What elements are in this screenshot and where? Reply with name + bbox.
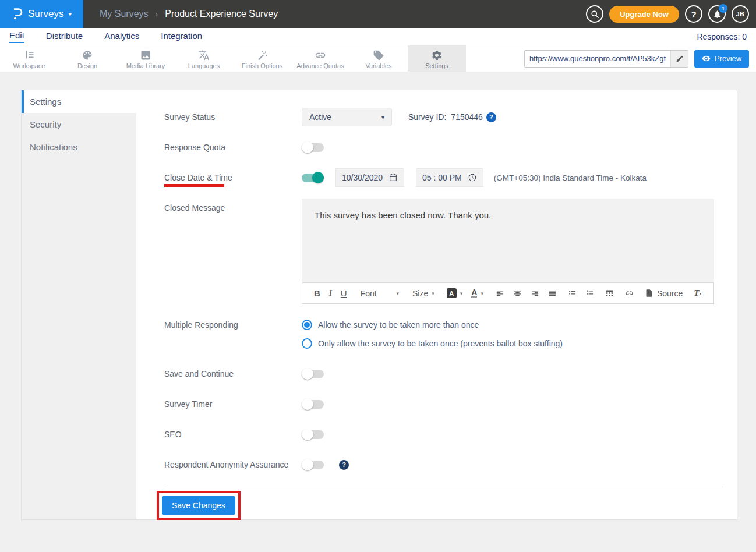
survey-status-dropdown[interactable]: Active ▾: [302, 108, 392, 126]
search-button[interactable]: [586, 5, 603, 23]
align-right-icon: [531, 289, 539, 298]
page-title: Product Experience Survey: [165, 9, 278, 19]
response-quota-toggle[interactable]: [302, 143, 324, 152]
preview-button[interactable]: Preview: [694, 50, 749, 68]
close-date-row: Close Date & Time 10/30/2020 05 : 00 PM: [164, 168, 737, 187]
respondent-anonymity-row: Respondent Anonymity Assurance ?: [164, 455, 737, 474]
survey-timer-row: Survey Timer: [164, 395, 737, 413]
align-justify-button[interactable]: [548, 289, 557, 298]
closed-message-row: Closed Message This survey has been clos…: [164, 199, 737, 304]
tag-icon: [373, 48, 384, 61]
save-and-continue-row: Save and Continue: [164, 365, 737, 383]
size-dropdown[interactable]: Size ▾: [412, 289, 434, 298]
sidebar-item-notifications[interactable]: Notifications: [22, 136, 136, 158]
tool-workspace[interactable]: Workspace: [0, 45, 58, 72]
avatar[interactable]: JB: [732, 5, 749, 23]
close-date-field[interactable]: 10/30/2020: [335, 168, 404, 187]
font-dropdown[interactable]: Font ▾: [361, 289, 399, 298]
header-actions: Upgrade Now ? 1 JB: [586, 5, 756, 23]
seo-toggle[interactable]: [302, 430, 324, 439]
tab-distribute[interactable]: Distribute: [46, 31, 83, 43]
link-icon: [625, 289, 634, 298]
numbered-list-icon: [585, 289, 594, 298]
background-color-icon: A: [447, 288, 457, 298]
help-button[interactable]: ?: [685, 5, 702, 23]
text-color-icon: A: [471, 288, 477, 298]
numbered-list-button[interactable]: [585, 289, 594, 298]
tab-analytics[interactable]: Analytics: [104, 31, 139, 43]
multiple-responding-label: Multiple Responding: [164, 316, 302, 353]
align-right-button[interactable]: [531, 289, 539, 298]
search-icon: [591, 10, 599, 19]
upgrade-now-button[interactable]: Upgrade Now: [609, 6, 679, 23]
italic-button[interactable]: I: [329, 288, 332, 298]
text-color-button[interactable]: A ▾: [471, 288, 483, 298]
radio-selected-icon: [302, 320, 312, 330]
insert-table-button[interactable]: [605, 289, 614, 298]
seo-row: SEO: [164, 425, 737, 444]
survey-url-box: [524, 50, 688, 68]
save-and-continue-toggle[interactable]: [302, 370, 324, 378]
align-center-icon: [513, 289, 522, 298]
survey-id-help-icon[interactable]: ?: [486, 112, 496, 122]
remove-format-button[interactable]: Tx: [694, 288, 702, 298]
underline-button[interactable]: U: [341, 288, 347, 298]
tab-edit[interactable]: Edit: [9, 30, 24, 43]
survey-url-input[interactable]: [525, 51, 670, 67]
survey-id: Survey ID: 7150446: [408, 112, 483, 122]
respondent-anonymity-help-icon[interactable]: ?: [339, 460, 349, 470]
closed-message-textarea[interactable]: This survey has been closed now. Thank y…: [302, 199, 714, 282]
sidebar-item-settings[interactable]: Settings: [22, 90, 136, 113]
align-left-button[interactable]: [496, 289, 504, 298]
tool-settings[interactable]: Settings: [408, 45, 466, 72]
multiple-responding-row: Multiple Responding Allow the survey to …: [164, 316, 737, 353]
tool-design[interactable]: Design: [58, 45, 116, 72]
bullet-list-button[interactable]: [568, 289, 577, 298]
magic-wand-icon: [256, 48, 268, 61]
respondent-anonymity-toggle[interactable]: [302, 461, 324, 469]
radio-allow-once[interactable]: Only allow the survey to be taken once (…: [302, 334, 563, 353]
save-changes-button[interactable]: Save Changes: [162, 496, 235, 515]
closed-message-label: Closed Message: [164, 199, 302, 304]
tool-finish-options[interactable]: Finish Options: [233, 45, 291, 72]
radio-allow-multiple[interactable]: Allow the survey to be taken more than o…: [302, 316, 563, 334]
tool-languages[interactable]: Languages: [175, 45, 233, 72]
table-icon: [605, 289, 614, 298]
tool-variables[interactable]: Variables: [349, 45, 408, 72]
product-switcher[interactable]: Surveys ▾: [0, 0, 83, 28]
tab-integration[interactable]: Integration: [161, 31, 202, 43]
insert-link-button[interactable]: [625, 289, 634, 298]
close-time-field[interactable]: 05 : 00 PM: [416, 168, 483, 187]
questionpro-logo-icon: [12, 8, 23, 20]
app-header: Surveys ▾ My Surveys › Product Experienc…: [0, 0, 756, 28]
form-divider: [164, 487, 723, 487]
save-area: Save Changes: [157, 491, 737, 520]
breadcrumb-parent[interactable]: My Surveys: [100, 9, 149, 19]
seo-label: SEO: [164, 425, 302, 444]
bold-button[interactable]: B: [314, 288, 320, 298]
annotation-underline: [164, 184, 224, 187]
save-and-continue-label: Save and Continue: [164, 365, 302, 383]
breadcrumb: My Surveys › Product Experience Survey: [100, 9, 278, 19]
survey-status-label: Survey Status: [164, 108, 302, 126]
survey-timer-toggle[interactable]: [302, 400, 324, 409]
chevron-down-icon: ▾: [381, 114, 384, 121]
chevron-down-icon: ▾: [460, 291, 463, 296]
align-center-button[interactable]: [513, 289, 522, 298]
notifications-button[interactable]: 1: [708, 5, 726, 23]
sidebar-item-security[interactable]: Security: [22, 113, 136, 136]
tool-media-library[interactable]: Media Library: [116, 45, 175, 72]
edit-url-button[interactable]: [670, 51, 688, 67]
source-code-icon: [645, 289, 653, 298]
workspace-icon: [23, 48, 35, 61]
source-button[interactable]: Source: [645, 289, 683, 298]
response-quota-row: Response Quota: [164, 138, 737, 157]
question-mark-icon: ?: [691, 9, 696, 19]
close-date-toggle[interactable]: [302, 174, 324, 182]
background-color-button[interactable]: A ▾: [447, 288, 463, 298]
tool-advance-quotas[interactable]: Advance Quotas: [291, 45, 349, 72]
translate-icon: [198, 48, 210, 61]
bullet-list-icon: [568, 289, 577, 298]
closed-message-editor: This survey has been closed now. Thank y…: [302, 199, 714, 304]
align-left-icon: [496, 289, 504, 298]
